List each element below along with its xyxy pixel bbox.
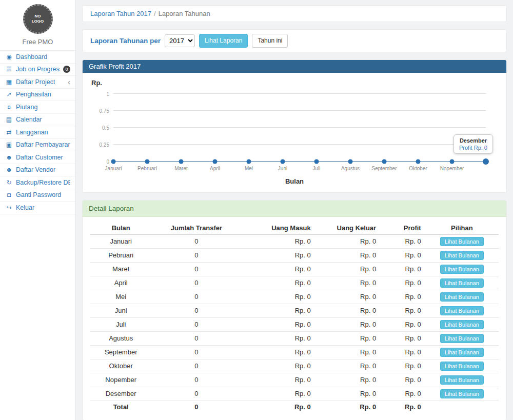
project-table-icon: ▦ (5, 78, 13, 86)
tasks-icon: ☰ (5, 66, 13, 73)
cell-jumlah-transfer: 0 (151, 401, 241, 413)
chart-tooltip: Desember Profit Rp: 0 (453, 134, 493, 154)
lihat-bulanan-button[interactable]: Lihat Bulanan (440, 389, 484, 398)
cell-profit: Rp. 0 (380, 234, 425, 249)
cell-bulan: Pebruari (90, 248, 151, 262)
sidebar-item-keluar[interactable]: ↪Keluar (0, 202, 75, 214)
sidebar-item-penghasilan[interactable]: ↗Penghasilan (0, 89, 75, 102)
table-row: Mei0Rp. 0Rp. 0Rp. 0Lihat Bulanan (90, 290, 499, 304)
sidebar-item-piutang[interactable]: ¤Piutang (0, 101, 75, 114)
logo-text: NO LOGO (30, 14, 46, 24)
breadcrumb-link-laporan-tahun[interactable]: Laporan Tahun 2017 (90, 10, 151, 17)
cell-bulan: Nopember (90, 373, 151, 387)
cell-profit: Rp. 0 (380, 387, 425, 401)
cell-pilihan: Lihat Bulanan (425, 317, 499, 331)
sidebar-item-label: Calendar (16, 116, 42, 123)
x-axis-labels: JanuariPebruariMaretAprilMeiJuniJuliAgus… (113, 166, 486, 173)
data-point-desember[interactable] (483, 158, 489, 165)
data-point-oktober[interactable] (416, 159, 421, 164)
cell-uang-keluar: Rp. 0 (315, 359, 380, 373)
data-point-januari[interactable] (111, 159, 116, 164)
cell-jumlah-transfer: 0 (151, 234, 241, 249)
sidebar-item-daftar-pembayaran[interactable]: ▣Daftar Pembayaran (0, 139, 75, 152)
cell-profit: Rp. 0 (380, 345, 425, 359)
cell-uang-masuk: Rp. 0 (242, 262, 315, 276)
data-point-september[interactable] (382, 159, 387, 164)
data-point-maret[interactable] (179, 159, 184, 164)
cell-bulan: Mei (90, 290, 151, 304)
data-point-nopember[interactable] (450, 159, 455, 164)
cell-bulan: Agustus (90, 331, 151, 345)
chart-panel-title: Grafik Profit 2017 (83, 60, 506, 73)
sidebar-item-backup-restore-db[interactable]: ↻Backup/Restore DB (0, 176, 75, 189)
cell-profit: Rp. 0 (380, 331, 425, 345)
lihat-bulanan-button[interactable]: Lihat Bulanan (440, 348, 484, 357)
data-point-april[interactable] (213, 159, 218, 164)
sidebar-item-langganan[interactable]: ⇄Langganan (0, 126, 75, 139)
x-tick-label: Juli (312, 166, 320, 171)
table-row: Juni0Rp. 0Rp. 0Rp. 0Lihat Bulanan (90, 304, 499, 317)
app-logo: NO LOGO (23, 4, 53, 34)
filter-bar: Laporan Tahunan per 2017 Lihat Laporan T… (82, 29, 507, 52)
cell-profit: Rp. 0 (380, 373, 425, 387)
lihat-bulanan-button[interactable]: Lihat Bulanan (440, 278, 484, 288)
cell-pilihan: Lihat Bulanan (425, 262, 499, 276)
data-point-pebruari[interactable] (145, 159, 150, 164)
detail-panel-title: Detail Laporan (83, 201, 506, 217)
cell-uang-masuk: Rp. 0 (242, 276, 315, 290)
data-point-mei[interactable] (247, 159, 251, 164)
cell-profit: Rp. 0 (380, 359, 425, 373)
cell-jumlah-transfer: 0 (151, 262, 241, 276)
data-point-juli[interactable] (314, 159, 319, 164)
sidebar: NO LOGO Free PMO ◉Dashboard☰Job on Progr… (0, 0, 76, 420)
app-window: NO LOGO Free PMO ◉Dashboard☰Job on Progr… (0, 0, 513, 420)
gridline (113, 93, 486, 94)
chart-body: Rp. Desember Profit Rp: 0 00.250.50.751 … (83, 73, 506, 192)
brand-area: NO LOGO Free PMO (0, 0, 75, 51)
cell-profit: Rp. 0 (380, 304, 425, 317)
detail-panel-body: BulanJumlah TransferUang MasukUang Kelua… (83, 217, 506, 420)
sidebar-item-daftar-customer[interactable]: ☻Daftar Customer (0, 151, 75, 164)
cell-profit: Rp. 0 (380, 290, 425, 304)
lihat-bulanan-button[interactable]: Lihat Bulanan (440, 265, 484, 274)
cell-jumlah-transfer: 0 (151, 345, 241, 359)
chevron-left-icon: ‹ (68, 78, 70, 86)
table-row: Maret0Rp. 0Rp. 0Rp. 0Lihat Bulanan (90, 262, 499, 276)
lihat-bulanan-button[interactable]: Lihat Bulanan (440, 320, 484, 329)
lihat-bulanan-button[interactable]: Lihat Bulanan (440, 251, 484, 260)
lihat-bulanan-button[interactable]: Lihat Bulanan (440, 334, 484, 343)
password-lock-icon: ◘ (5, 191, 13, 198)
sidebar-item-ganti-password[interactable]: ◘Ganti Password (0, 189, 75, 202)
x-tick-label: Mei (245, 166, 253, 171)
sidebar-item-daftar-vendor[interactable]: ☻Daftar Vendor (0, 164, 75, 177)
year-select[interactable]: 2017 (165, 34, 195, 47)
lihat-bulanan-button[interactable]: Lihat Bulanan (440, 237, 484, 246)
sidebar-item-calendar[interactable]: ▤Calendar (0, 114, 75, 127)
lihat-bulanan-button[interactable]: Lihat Bulanan (440, 306, 484, 315)
lihat-bulanan-button[interactable]: Lihat Bulanan (440, 375, 484, 385)
sidebar-item-label: Job on Progress (16, 66, 60, 73)
lihat-laporan-button[interactable]: Lihat Laporan (199, 34, 248, 48)
cell-uang-keluar: Rp. 0 (315, 276, 380, 290)
table-row: September0Rp. 0Rp. 0Rp. 0Lihat Bulanan (90, 345, 499, 359)
cell-uang-masuk: Rp. 0 (242, 373, 315, 387)
sidebar-item-label: Ganti Password (16, 191, 61, 198)
lihat-bulanan-button[interactable]: Lihat Bulanan (440, 292, 484, 302)
breadcrumb-separator: / (154, 10, 156, 17)
calendar-icon: ▤ (5, 116, 13, 123)
tahun-ini-button[interactable]: Tahun ini (252, 34, 288, 48)
cell-bulan: Maret (90, 262, 151, 276)
lihat-bulanan-button[interactable]: Lihat Bulanan (440, 362, 484, 371)
sidebar-item-dashboard[interactable]: ◉Dashboard (0, 51, 75, 64)
x-tick-label: Nopember (440, 166, 464, 171)
cell-pilihan: Lihat Bulanan (425, 234, 499, 249)
cell-uang-masuk: Rp. 0 (242, 234, 315, 249)
table-row: Agustus0Rp. 0Rp. 0Rp. 0Lihat Bulanan (90, 331, 499, 345)
data-point-juni[interactable] (281, 159, 285, 164)
x-tick-label: Oktober (409, 166, 427, 171)
detail-table-head: BulanJumlah TransferUang MasukUang Kelua… (90, 221, 499, 234)
cell-jumlah-transfer: 0 (151, 290, 241, 304)
sidebar-item-job-on-progress[interactable]: ☰Job on Progress0 (0, 64, 75, 76)
data-point-agustus[interactable] (348, 159, 353, 164)
sidebar-item-daftar-project[interactable]: ▦Daftar Project‹ (0, 76, 75, 89)
